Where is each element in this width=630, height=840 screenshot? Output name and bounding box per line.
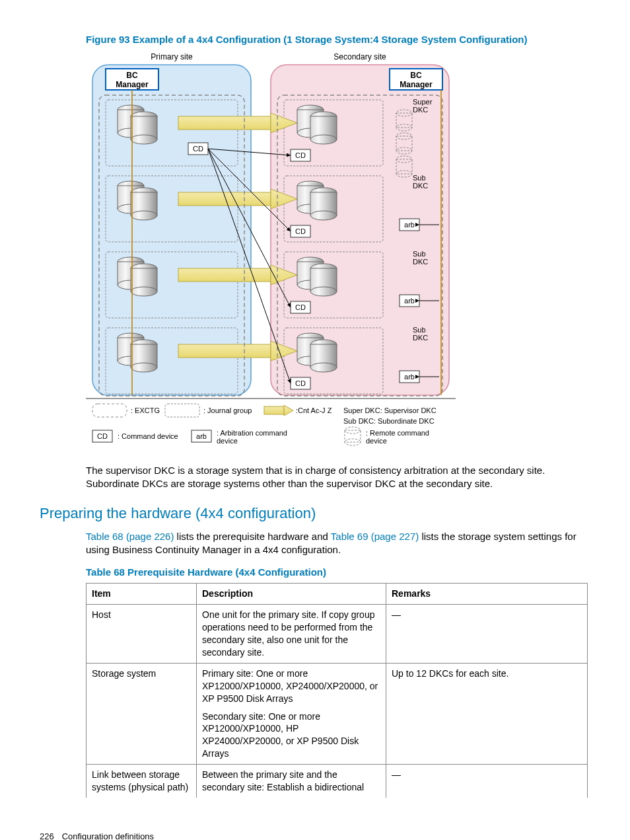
svg-text:Manager: Manager — [116, 80, 149, 89]
svg-rect-133 — [345, 430, 361, 442]
svg-text:CD: CD — [295, 379, 306, 387]
para-after-figure: The supervisor DKC is a storage system t… — [86, 464, 590, 491]
figure-diagram: Primary site Secondary site BC Manager B… — [86, 50, 590, 457]
table-row: Storage system Primary site: One or more… — [87, 663, 588, 764]
table-row: Link between storage systems (physical p… — [87, 765, 588, 798]
svg-text:Sub: Sub — [413, 250, 426, 258]
cell-remarks: Up to 12 DKCs for each site. — [386, 663, 588, 764]
svg-text:: Journal group: : Journal group — [203, 406, 252, 414]
svg-text:: Command device: : Command device — [118, 432, 178, 440]
svg-marker-121 — [284, 405, 293, 416]
svg-text:Super DKC: Supervisor DKC: Super DKC: Supervisor DKC — [343, 406, 437, 414]
svg-text:BC: BC — [126, 71, 138, 80]
svg-rect-18 — [178, 116, 271, 130]
para-section: Table 68 (page 226) lists the prerequisi… — [86, 530, 590, 557]
bc-manager-primary: BC Manager — [106, 69, 158, 90]
th-item: Item — [87, 584, 197, 605]
cell-item: Link between storage systems (physical p… — [87, 765, 197, 798]
table-prerequisite-hardware: Item Description Remarks Host One unit f… — [86, 583, 588, 797]
svg-point-54 — [310, 211, 337, 220]
svg-rect-70 — [178, 268, 271, 282]
svg-rect-93 — [178, 344, 271, 358]
svg-text:: EXCTG: : EXCTG — [131, 406, 160, 414]
svg-text:Sub: Sub — [413, 174, 426, 182]
svg-text:arb: arb — [196, 432, 207, 440]
svg-text:CD: CD — [295, 151, 306, 159]
section-heading-preparing-hardware: Preparing the hardware (4x4 configuratio… — [40, 504, 590, 523]
link-table-69[interactable]: Table 69 (page 227) — [331, 531, 419, 542]
link-table-68[interactable]: Table 68 (page 226) — [86, 531, 174, 542]
svg-rect-118 — [165, 404, 199, 417]
bc-manager-secondary: BC Manager — [390, 69, 442, 90]
cell-item: Host — [87, 605, 197, 664]
cell-item: Storage system — [87, 663, 197, 764]
svg-text:DKC: DKC — [413, 106, 428, 114]
svg-text:: Remote command: : Remote command — [366, 429, 429, 437]
svg-rect-47 — [178, 192, 271, 206]
svg-text:device: device — [217, 437, 238, 445]
svg-text:Manager: Manager — [400, 80, 433, 89]
svg-point-25 — [310, 135, 337, 144]
page-footer: 226 Configuration definitions — [40, 831, 590, 840]
th-description: Description — [197, 584, 386, 605]
svg-text:BC: BC — [410, 71, 422, 80]
cell-description: One unit for the primary site. If copy g… — [197, 605, 386, 664]
svg-text:arb: arb — [404, 221, 415, 229]
svg-text:DKC: DKC — [413, 334, 428, 342]
svg-text:CD: CD — [97, 432, 108, 440]
svg-point-77 — [310, 287, 337, 296]
svg-text:arb: arb — [404, 373, 415, 381]
svg-text:DKC: DKC — [413, 258, 428, 266]
svg-text:Sub: Sub — [413, 326, 426, 334]
th-remarks: Remarks — [386, 584, 588, 605]
cell-remarks: — — [386, 605, 588, 664]
figure-caption: Figure 93 Example of a 4x4 Configuration… — [86, 33, 590, 46]
cell-description: Between the primary site and the seconda… — [197, 765, 386, 798]
svg-text::Cnt Ac-J Z: :Cnt Ac-J Z — [296, 406, 332, 414]
svg-rect-116 — [92, 404, 127, 417]
svg-rect-120 — [264, 406, 284, 414]
table-row: Host One unit for the primary site. If c… — [87, 605, 588, 664]
svg-point-46 — [131, 211, 157, 220]
svg-point-15 — [131, 135, 157, 144]
svg-point-69 — [131, 287, 157, 296]
svg-text:CD: CD — [193, 145, 203, 153]
table-header-row: Item Description Remarks — [87, 584, 588, 605]
svg-point-92 — [131, 363, 157, 372]
table-caption: Table 68 Prerequisite Hardware (4x4 Conf… — [86, 566, 590, 579]
svg-text:Super: Super — [413, 98, 433, 106]
svg-text:Sub DKC: Subordinate DKC: Sub DKC: Subordinate DKC — [343, 417, 435, 425]
svg-point-100 — [310, 363, 337, 372]
primary-site-label: Primary site — [151, 52, 193, 61]
svg-text:CD: CD — [295, 227, 306, 235]
cell-remarks: — — [386, 765, 588, 798]
cell-description: Primary site: One or more XP12000/XP1000… — [197, 663, 386, 764]
svg-text:arb: arb — [404, 297, 415, 305]
svg-text:CD: CD — [295, 303, 306, 311]
svg-text:DKC: DKC — [413, 182, 428, 190]
chapter-title: Configuration definitions — [62, 831, 154, 840]
svg-text:device: device — [366, 437, 387, 445]
svg-text:: Arbitration command: : Arbitration command — [217, 429, 287, 437]
page-number: 226 — [40, 831, 59, 840]
secondary-site-label: Secondary site — [333, 52, 386, 61]
